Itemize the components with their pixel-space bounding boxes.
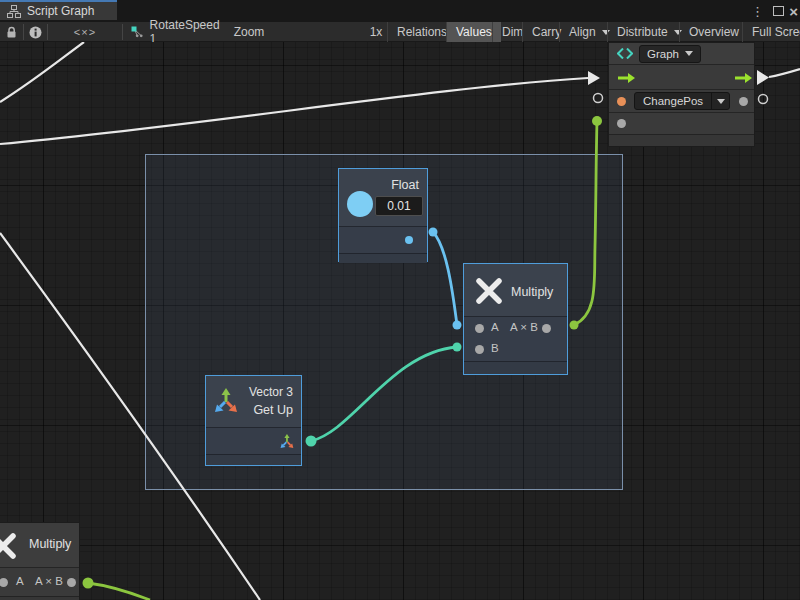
graph-reference-icon [131,26,144,38]
wire-anchor-multiply2-out[interactable] [83,578,94,589]
flow-arrow-anchor-right[interactable] [757,70,769,85]
float-output-port-dot[interactable] [405,236,413,244]
tab-label: Script Graph [27,4,94,18]
port-out-dot[interactable] [67,578,76,587]
flow-port-row [609,64,754,89]
output-port-dot[interactable] [739,97,748,106]
fullscreen-button[interactable]: Full Screen [742,22,800,42]
graph-reference-button[interactable]: RotateSpeed 1 [123,22,227,42]
changepos-port-row: ChangePos [609,89,754,112]
unity-script-graph-window: Script Graph ⋮ × <×> [0,0,800,600]
window-close-icon[interactable]: × [789,0,798,22]
vector3-output-port-icon[interactable] [280,434,295,449]
window-menu-icon[interactable]: ⋮ [751,0,764,22]
lock-button[interactable] [0,22,23,42]
flow-in-arrow-icon[interactable] [618,72,636,84]
graph-toolbar: <×> RotateSpeed 1 Zoom 1x Relations Valu… [0,22,800,42]
node-title: Float [391,178,419,192]
lock-icon [6,26,17,39]
node-title: Vector 3 [249,385,293,399]
port-row [339,226,427,253]
float-node[interactable]: Float 0.01 [338,168,428,262]
multiply-node[interactable]: Multiply A A × B B [463,263,568,375]
flow-wire-out-right[interactable] [769,69,800,77]
wire-anchor-changepos-in[interactable] [592,116,602,126]
graph-canvas[interactable]: Graph ChangePos [0,42,800,600]
multiply-node-2[interactable]: Multiply A A × B [0,522,80,600]
port-row: A A × B [0,567,79,596]
node-footer [206,454,301,465]
window-maximize-icon[interactable] [773,0,784,22]
script-graph-icon [7,5,21,18]
vector3-getup-node[interactable]: Vector 3 Get Up [205,375,302,466]
dropdown-caret-icon [685,51,693,56]
multiply-x-icon [474,276,504,306]
empty-port-anchor-right[interactable] [759,95,768,104]
graph-dropdown[interactable]: Graph [639,45,701,63]
code-view-button[interactable]: <×> [48,22,122,42]
port-rows: A A × B B [464,316,567,361]
float-type-icon [347,191,373,217]
port-out-dot[interactable] [542,324,551,333]
info-button[interactable] [24,22,47,42]
port-a-dot[interactable] [475,324,484,333]
port-b-dot[interactable] [475,345,484,354]
node-footer [609,134,754,146]
flow-arrow-anchor-left[interactable] [588,71,600,85]
flow-wire-top-left[interactable] [0,42,84,102]
vector3-arrows-icon [214,388,240,414]
tab-bar: Script Graph ⋮ × [0,0,800,22]
input-port-dot[interactable] [617,119,626,128]
flow-wire-into-graph-node[interactable] [0,78,588,144]
node-title: Multiply [29,537,71,551]
wire-multiply2-out[interactable] [88,583,150,600]
code-brackets-icon [617,48,633,59]
port-row [206,427,301,454]
event-port-dot[interactable] [617,97,626,106]
tab-script-graph[interactable]: Script Graph [0,0,117,20]
code-icon: <×> [74,26,96,38]
multiply-x-icon [0,531,18,561]
graph-io-node[interactable]: Graph ChangePos [608,42,755,147]
flow-out-arrow-icon[interactable] [735,72,753,84]
zoom-label: Zoom [232,22,266,42]
extra-port-row [609,112,754,134]
node-subtitle: Get Up [253,403,293,417]
info-icon [29,26,42,39]
node-footer [339,253,427,263]
float-value-field[interactable]: 0.01 [375,196,423,216]
node-footer [464,361,567,374]
empty-port-anchor-left[interactable] [594,94,603,103]
port-a-dot[interactable] [0,578,8,587]
changepos-dropdown[interactable]: ChangePos [634,92,730,110]
overview-button[interactable]: Overview [679,22,748,42]
dropdown-caret-icon [717,99,725,104]
zoom-value: 1x [366,22,386,42]
node-footer [0,596,79,600]
node-title: Multiply [511,285,553,299]
